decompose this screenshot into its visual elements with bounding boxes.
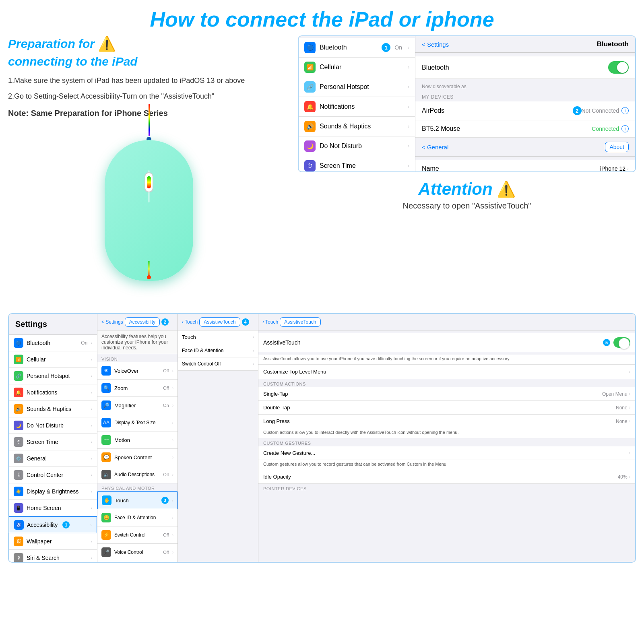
assistivetouch-tab[interactable]: AssistiveTouch (199, 317, 240, 327)
notifications-icon-sm: 🔔 (14, 388, 23, 397)
pointer-devices-header: POINTER DEVICES (258, 484, 635, 492)
touch-item-switch[interactable]: Switch Control Off › (178, 357, 258, 371)
motion-item[interactable]: 〰 Motion › (97, 431, 178, 449)
faceid-item[interactable]: 😊 Face ID & Attention › (97, 509, 178, 526)
faceid-icon: 😊 (101, 513, 111, 522)
chevron-icon: › (629, 405, 630, 410)
voiceover-item[interactable]: 👁 VoiceOver Off › (97, 362, 178, 380)
siri-icon-sm: 🎙 (14, 553, 23, 563)
main-title: How to connect the iPad or iphone (0, 0, 644, 35)
back-settings[interactable]: < Settings (101, 319, 123, 325)
settings-item-dnd[interactable]: 🌙 Do Not Disturb › (299, 136, 415, 156)
accessibility-tab[interactable]: Accessibility (125, 317, 160, 327)
voicecontrol-item[interactable]: 🎤 Voice Control Off › (97, 544, 178, 561)
chevron-icon: › (408, 124, 409, 129)
airpods-row[interactable]: AirPods 2 Not Connected i (415, 101, 635, 120)
single-tap-row[interactable]: Single-Tap Open Menu › (258, 387, 635, 401)
control-icon-sm: 🎛 (14, 470, 23, 480)
assistivetouch-title[interactable]: AssistiveTouch (280, 317, 320, 327)
switchcontrol-item[interactable]: ⚡ Switch Control Off › (97, 526, 178, 544)
screentime-icon: ⏱ (304, 160, 316, 171)
bl-item-screentime[interactable]: ⏱ Screen Time › (9, 434, 97, 450)
general-icon-sm: ⚙️ (14, 454, 23, 463)
attention-section: Attention ⚠️ (298, 180, 636, 199)
bl-item-control[interactable]: 🎛 Control Center › (9, 467, 97, 483)
chevron-icon: › (91, 357, 92, 362)
bl-item-cellular[interactable]: 📶 Cellular › (9, 351, 97, 368)
dnd-icon-sm: 🌙 (14, 421, 23, 430)
bl-item-sounds[interactable]: 🔊 Sounds & Haptics › (9, 401, 97, 417)
sidebutton-item[interactable]: ⬜ Side Button › (97, 561, 178, 563)
badge-5-sm: 5 (603, 339, 610, 346)
about-tab[interactable]: About (605, 142, 629, 152)
chevron-icon: › (172, 533, 173, 537)
homescreen-icon-sm: 📱 (14, 503, 23, 513)
assistivetouch-label: AssistiveTouch (263, 339, 603, 346)
hotspot-icon-sm: 🔗 (14, 371, 23, 381)
touch-item-acc[interactable]: ✋ Touch 3 › (97, 491, 178, 509)
spoken-item[interactable]: 💬 Spoken Content › (97, 449, 178, 466)
magnifier-item[interactable]: 🔎 Magnifier On › (97, 397, 178, 414)
chevron-icon: › (91, 407, 92, 411)
mouse-row[interactable]: BT5.2 Mouse Connected i (415, 120, 635, 138)
double-tap-row[interactable]: Double-Tap None › (258, 401, 635, 415)
bl-item-accessibility[interactable]: ♿ Accessibility 1 › (9, 516, 97, 533)
long-press-row[interactable]: Long Press None › (258, 415, 635, 428)
chevron-icon: › (91, 456, 92, 461)
settings-item-bluetooth[interactable]: 🔵 Bluetooth 1 On › (299, 38, 415, 58)
bl-item-siri[interactable]: 🎙 Siri & Search › (9, 550, 97, 563)
back-link[interactable]: < Settings (422, 41, 449, 48)
info-icon-mouse[interactable]: i (621, 125, 629, 132)
back-touch[interactable]: ‹ Touch (182, 319, 198, 325)
back-general[interactable]: < General (422, 144, 448, 151)
magnifier-icon: 🔎 (101, 400, 111, 410)
chevron-icon: › (91, 539, 92, 544)
bl-item-wallpaper[interactable]: 🖼 Wallpaper › (9, 533, 97, 550)
bl-item-hotspot[interactable]: 🔗 Personal Hotspot › (9, 368, 97, 384)
chevron-icon: › (91, 440, 92, 444)
accessibility-icon-sm: ♿ (14, 520, 24, 530)
settings-item-screentime[interactable]: ⏱ Screen Time › (299, 156, 415, 171)
chevron-icon: › (91, 489, 92, 494)
zoom-item[interactable]: 🔍 Zoom Off › (97, 380, 178, 397)
touch-item-touch[interactable]: Touch › (178, 330, 258, 344)
assistivetouch-toggle[interactable] (613, 337, 630, 348)
spoken-icon: 💬 (101, 452, 111, 462)
chevron-icon: › (629, 369, 630, 374)
bluetooth-toggle[interactable] (608, 61, 629, 74)
idle-opacity-row[interactable]: Idle Opacity 40% › (258, 470, 635, 484)
chevron-icon: › (629, 475, 630, 479)
back-assistive[interactable]: ‹ Touch (262, 319, 278, 325)
assistive-touch-panel: ‹ Touch AssistiveTouch AssistiveTouch 5 … (258, 314, 635, 562)
attention-subtitle: Necessary to open "AssistiveTouch" (298, 201, 636, 211)
bl-item-display[interactable]: ☀️ Display & Brightness › (9, 483, 97, 500)
voicecontrol-icon: 🎤 (101, 547, 111, 557)
settings-item-notifications[interactable]: 🔔 Notifications › (299, 97, 415, 117)
bl-item-dnd[interactable]: 🌙 Do Not Disturb › (9, 417, 97, 434)
bl-item-general[interactable]: ⚙️ General › (9, 450, 97, 467)
display-text-item[interactable]: AA Display & Text Size › (97, 414, 178, 431)
prep-title: Preparation for ⚠️ (8, 35, 290, 52)
create-gesture-row[interactable]: Create New Gesture... › (258, 446, 635, 460)
bl-item-bluetooth[interactable]: 🔵 Bluetooth On › (9, 335, 97, 351)
touch-item-faceid[interactable]: Face ID & Attention › (178, 344, 258, 357)
wallpaper-icon-sm: 🖼 (14, 537, 23, 546)
info-icon[interactable]: i (621, 107, 629, 114)
customize-menu-row[interactable]: Customize Top Level Menu › (258, 365, 635, 379)
accessibility-intro: Accessibility features help you customiz… (97, 330, 178, 354)
accessibility-header: < Settings Accessibility 2 (97, 314, 178, 330)
chevron-icon: › (91, 390, 92, 395)
chevron-icon: › (408, 84, 409, 90)
settings-header: Settings (9, 314, 97, 335)
chevron-icon: › (629, 419, 630, 423)
bl-item-notifications[interactable]: 🔔 Notifications › (9, 384, 97, 401)
audio-desc-item[interactable]: 🔈 Audio Descriptions Off › (97, 466, 178, 483)
sounds-icon-sm: 🔊 (14, 404, 23, 414)
bl-item-homescreen[interactable]: 📱 Home Screen › (9, 500, 97, 516)
cellular-icon-sm: 📶 (14, 355, 23, 364)
settings-item-cellular[interactable]: 📶 Cellular › (299, 58, 415, 77)
actions-desc: Custom actions allow you to interact dir… (258, 428, 635, 438)
settings-item-sounds[interactable]: 🔊 Sounds & Haptics › (299, 117, 415, 136)
settings-item-hotspot[interactable]: 🔗 Personal Hotspot › (299, 77, 415, 97)
badge-4-sm: 4 (242, 318, 249, 326)
